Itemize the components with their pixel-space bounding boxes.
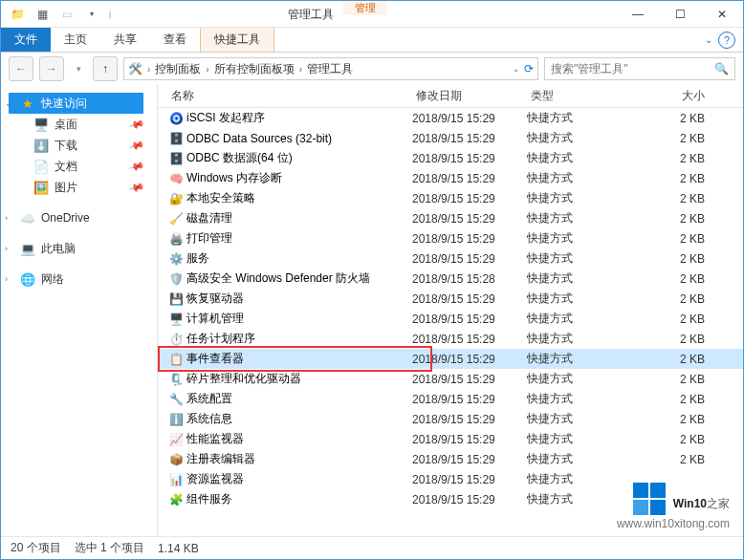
search-box[interactable]: 🔍 [544,57,735,80]
file-date: 2018/9/15 15:29 [412,413,527,426]
file-type: 快捷方式 [527,130,646,146]
file-size: 2 KB [646,252,712,266]
breadcrumb-segment[interactable]: 所有控制面板项 [214,61,295,77]
file-row[interactable]: 🗄️ODBC 数据源(64 位)2018/9/15 15:29快捷方式2 KB [158,148,743,168]
breadcrumb-segment[interactable]: 管理工具 [307,61,353,77]
separator: | [106,10,114,18]
file-date: 2018/9/15 15:29 [412,212,527,226]
file-row[interactable]: ⚙️服务2018/9/15 15:29快捷方式2 KB [158,248,743,269]
file-row[interactable]: ℹ️系统信息2018/9/15 15:29快捷方式2 KB [158,409,743,429]
maximize-button[interactable]: ☐ [659,1,701,28]
address-bar[interactable]: 🛠️ › 控制面板 › 所有控制面板项 › 管理工具 ⌄ ⟳ [123,57,538,80]
pin-icon: 📌 [128,137,146,154]
chevron-right-icon[interactable]: › [203,64,211,75]
chevron-right-icon[interactable]: › [296,64,305,75]
location-icon: 🛠️ [128,62,142,75]
file-name: 系统信息 [185,411,412,427]
ribbon-expand-icon[interactable]: ⌄ [705,34,712,45]
file-row[interactable]: 🖥️计算机管理2018/9/15 15:29快捷方式2 KB [158,309,743,329]
address-dropdown-icon[interactable]: ⌄ [513,64,520,74]
file-row[interactable]: 🧹磁盘清理2018/9/15 15:29快捷方式2 KB [158,208,743,228]
file-row[interactable]: 📦注册表编辑器2018/9/15 15:29快捷方式2 KB [158,449,743,469]
file-row[interactable]: 🧩组件服务2018/9/15 15:29快捷方式 [158,489,743,509]
file-list[interactable]: 🧿iSCSI 发起程序2018/9/15 15:29快捷方式2 KB🗄️ODBC… [158,108,743,536]
file-row[interactable]: 💾恢复驱动器2018/9/15 15:29快捷方式2 KB [158,289,743,309]
file-date: 2018/9/15 15:29 [412,132,527,145]
close-button[interactable]: ✕ [701,1,743,28]
sidebar-item-network[interactable]: › 🌐 网络 [1,269,157,290]
qat-dropdown-icon[interactable]: ▾ [81,4,102,25]
file-date: 2018/9/15 15:29 [412,152,527,165]
help-icon[interactable]: ? [718,32,735,49]
file-icon: 💾 [167,291,185,307]
app-icon[interactable]: 📁 [7,4,28,25]
sidebar-item-quick-access[interactable]: ⌄ ★ 快速访问 [1,93,157,114]
contextual-tab-group: 管理 [343,1,387,27]
file-row[interactable]: 📊资源监视器2018/9/15 15:29快捷方式 [158,469,743,489]
file-row[interactable]: 🔧系统配置2018/9/15 15:29快捷方式2 KB [158,389,743,409]
file-row[interactable]: 📋事件查看器2018/9/15 15:29快捷方式2 KB [158,349,743,369]
column-name[interactable]: 名称 [167,88,412,104]
main-area: ⌄ ★ 快速访问 🖥️ 桌面 📌 ⬇️ 下载 📌 📄 文档 📌 🖼️ 图片 📌 … [1,85,743,536]
file-size: 2 KB [646,172,712,185]
tab-shortcut-tools[interactable]: 快捷工具 [200,28,274,52]
navigation-bar: ← → ▾ ↑ 🛠️ › 控制面板 › 所有控制面板项 › 管理工具 ⌄ ⟳ 🔍 [1,53,743,85]
file-size: 2 KB [646,272,712,286]
sidebar-item-downloads[interactable]: ⬇️ 下载 📌 [1,135,157,156]
file-type: 快捷方式 [527,411,646,427]
file-icon: ℹ️ [167,412,185,427]
minimize-button[interactable]: — [617,1,659,28]
file-row[interactable]: 🛡️高级安全 Windows Defender 防火墙2018/9/15 15:… [158,269,743,289]
file-row[interactable]: 🧿iSCSI 发起程序2018/9/15 15:29快捷方式2 KB [158,108,743,128]
file-row[interactable]: 🧠Windows 内存诊断2018/9/15 15:29快捷方式2 KB [158,168,743,188]
file-date: 2018/9/15 15:29 [412,393,527,406]
search-icon[interactable]: 🔍 [714,62,729,75]
sidebar-item-onedrive[interactable]: › ☁️ OneDrive [1,207,157,228]
title-bar: 📁 ▦ ▭ ▾ | 管理 管理工具 — ☐ ✕ [1,1,743,28]
pictures-icon: 🖼️ [33,180,49,195]
file-date: 2018/9/15 15:29 [412,232,527,246]
contextual-tab-header: 管理 [343,1,387,15]
tab-share[interactable]: 共享 [100,28,150,52]
breadcrumb-segment[interactable]: 控制面板 [155,61,201,77]
column-date[interactable]: 修改日期 [412,88,527,104]
refresh-icon[interactable]: ⟳ [524,62,534,75]
back-button[interactable]: ← [9,56,33,81]
tab-file[interactable]: 文件 [1,28,51,52]
downloads-icon: ⬇️ [33,138,49,153]
sidebar-item-pictures[interactable]: 🖼️ 图片 📌 [1,177,157,198]
expand-icon[interactable]: › [5,274,14,284]
file-row[interactable]: ⏱️任务计划程序2018/9/15 15:29快捷方式2 KB [158,329,743,349]
recent-locations-button[interactable]: ▾ [70,56,87,81]
sidebar-item-this-pc[interactable]: › 💻 此电脑 [1,238,157,259]
paste-icon[interactable]: ▭ [56,4,77,25]
file-icon: 🧿 [167,111,185,126]
expand-icon[interactable]: › [5,213,14,223]
chevron-right-icon[interactable]: › [144,64,153,75]
file-type: 快捷方式 [527,451,646,467]
file-row[interactable]: 📈性能监视器2018/9/15 15:29快捷方式2 KB [158,429,743,449]
tab-view[interactable]: 查看 [150,28,200,52]
file-size: 2 KB [646,373,712,386]
file-name: 恢复驱动器 [185,291,412,307]
expand-icon[interactable]: › [5,244,14,253]
file-row[interactable]: 🗄️ODBC Data Sources (32-bit)2018/9/15 15… [158,128,743,148]
properties-icon[interactable]: ▦ [32,4,53,25]
sidebar-item-documents[interactable]: 📄 文档 📌 [1,156,157,177]
sidebar-item-desktop[interactable]: 🖥️ 桌面 📌 [1,114,157,135]
file-row[interactable]: 🔐本地安全策略2018/9/15 15:29快捷方式2 KB [158,188,743,208]
forward-button[interactable]: → [39,56,64,81]
file-name: 组件服务 [185,491,412,507]
column-size[interactable]: 大小 [646,88,712,104]
file-icon: ⏱️ [167,332,185,347]
file-icon: 🗄️ [167,151,185,166]
file-size: 2 KB [646,112,712,125]
file-row[interactable]: 🗜️碎片整理和优化驱动器2018/9/15 15:29快捷方式2 KB [158,369,743,389]
file-date: 2018/9/15 15:29 [412,473,527,486]
tab-home[interactable]: 主页 [51,28,100,52]
up-button[interactable]: ↑ [93,56,118,81]
expand-icon[interactable]: ⌄ [5,98,14,108]
column-type[interactable]: 类型 [527,88,646,104]
file-row[interactable]: 🖨️打印管理2018/9/15 15:29快捷方式2 KB [158,228,743,248]
search-input[interactable] [551,62,714,75]
